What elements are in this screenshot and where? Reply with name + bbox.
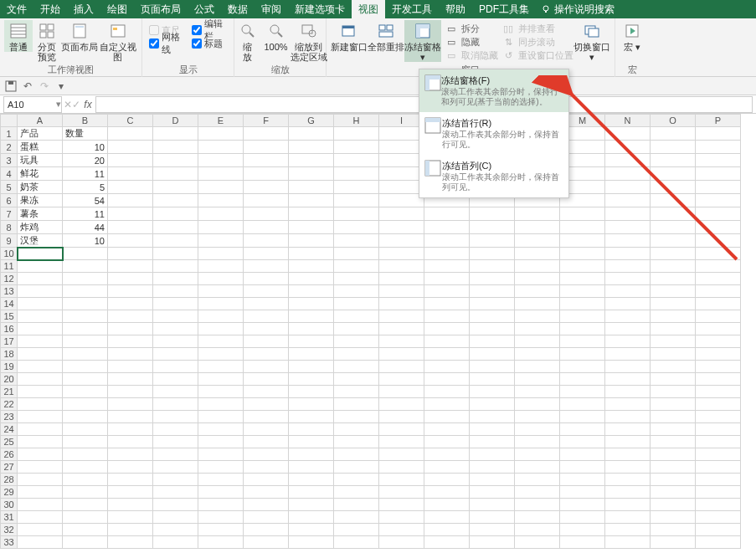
row-header[interactable]: 3 <box>1 154 18 167</box>
cell[interactable] <box>379 167 424 181</box>
row-header[interactable]: 19 <box>1 361 18 373</box>
row-header[interactable]: 21 <box>1 386 18 398</box>
row-header[interactable]: 12 <box>1 273 18 285</box>
cell[interactable] <box>334 285 379 298</box>
cell[interactable]: 5 <box>63 181 108 194</box>
cell[interactable] <box>605 536 651 549</box>
cell[interactable] <box>244 335 289 348</box>
cell[interactable] <box>379 373 424 386</box>
cell[interactable] <box>153 127 198 141</box>
cell[interactable] <box>560 411 605 423</box>
chk-headings[interactable]: 标题 <box>192 37 228 50</box>
cell[interactable] <box>289 141 334 154</box>
cell[interactable] <box>651 536 696 549</box>
cell[interactable] <box>424 361 470 373</box>
cell[interactable] <box>244 474 289 486</box>
cell[interactable] <box>424 323 470 335</box>
row-header[interactable]: 2 <box>1 141 18 154</box>
zoom-100-button[interactable]: 100% <box>262 20 291 52</box>
cell[interactable] <box>198 348 244 361</box>
cell[interactable] <box>605 154 651 167</box>
cell[interactable] <box>289 335 334 348</box>
row-header[interactable]: 9 <box>1 234 18 248</box>
cell[interactable] <box>470 310 515 323</box>
row-header[interactable]: 14 <box>1 298 18 310</box>
cell[interactable] <box>560 423 605 436</box>
cell[interactable] <box>470 273 515 285</box>
cell[interactable] <box>560 499 605 511</box>
cell[interactable]: 20 <box>63 154 108 167</box>
cell[interactable] <box>605 461 651 474</box>
cell[interactable] <box>108 448 153 461</box>
unhide-button[interactable]: ▭取消隐藏 <box>445 49 498 62</box>
cell[interactable] <box>696 411 741 423</box>
cell[interactable] <box>515 474 560 486</box>
cell[interactable] <box>696 298 741 310</box>
cell[interactable] <box>18 436 63 448</box>
cell[interactable] <box>696 323 741 335</box>
cell[interactable] <box>470 511 515 524</box>
cell[interactable] <box>605 511 651 524</box>
cell[interactable] <box>289 411 334 423</box>
cell[interactable] <box>424 386 470 398</box>
cell[interactable] <box>560 536 605 549</box>
cell[interactable] <box>560 310 605 323</box>
cell[interactable] <box>63 461 108 474</box>
col-header[interactable]: F <box>244 115 289 127</box>
cell[interactable] <box>379 298 424 310</box>
cell[interactable] <box>696 260 741 273</box>
tab-formula[interactable]: 公式 <box>188 0 221 18</box>
cell[interactable] <box>18 423 63 436</box>
cell[interactable] <box>696 474 741 486</box>
cell[interactable] <box>198 154 244 167</box>
cell[interactable] <box>108 411 153 423</box>
cell[interactable] <box>244 373 289 386</box>
cell[interactable] <box>198 260 244 273</box>
cell[interactable] <box>651 310 696 323</box>
cell[interactable] <box>651 207 696 221</box>
cell[interactable] <box>153 486 198 499</box>
cell[interactable] <box>18 323 63 335</box>
cell[interactable] <box>605 386 651 398</box>
cell[interactable] <box>63 335 108 348</box>
freeze-first-col-item[interactable]: 冻结首列(C)滚动工作表其余部分时，保持首列可见。 <box>419 155 568 197</box>
cell[interactable] <box>289 285 334 298</box>
cell[interactable] <box>651 423 696 436</box>
cell[interactable] <box>651 524 696 536</box>
cell[interactable] <box>108 348 153 361</box>
cell[interactable] <box>515 436 560 448</box>
cell[interactable] <box>198 194 244 207</box>
cell[interactable] <box>334 298 379 310</box>
hide-button[interactable]: ▭隐藏 <box>445 35 498 49</box>
cell[interactable] <box>153 194 198 207</box>
cell[interactable] <box>605 499 651 511</box>
qat-redo-button[interactable]: ↷ <box>37 79 52 94</box>
cell[interactable] <box>18 335 63 348</box>
cell[interactable] <box>153 234 198 248</box>
cell[interactable] <box>334 260 379 273</box>
cell[interactable] <box>379 310 424 323</box>
cell[interactable] <box>515 361 560 373</box>
cell[interactable] <box>334 273 379 285</box>
cell[interactable] <box>334 524 379 536</box>
cell[interactable] <box>108 398 153 411</box>
cell[interactable] <box>424 373 470 386</box>
cell[interactable]: 54 <box>63 194 108 207</box>
row-header[interactable]: 27 <box>1 461 18 474</box>
cell[interactable] <box>651 154 696 167</box>
cell[interactable] <box>470 486 515 499</box>
cell[interactable] <box>470 474 515 486</box>
cell[interactable] <box>424 285 470 298</box>
cell[interactable] <box>379 335 424 348</box>
row-header[interactable]: 5 <box>1 181 18 194</box>
cell[interactable] <box>605 273 651 285</box>
cell[interactable] <box>651 167 696 181</box>
cell[interactable] <box>605 221 651 234</box>
new-window-button[interactable]: 新建窗口 <box>331 20 368 52</box>
cell[interactable] <box>63 298 108 310</box>
cell[interactable] <box>244 127 289 141</box>
row-header[interactable]: 30 <box>1 499 18 511</box>
cell[interactable] <box>334 207 379 221</box>
cell[interactable]: 10 <box>63 141 108 154</box>
cell[interactable] <box>560 361 605 373</box>
